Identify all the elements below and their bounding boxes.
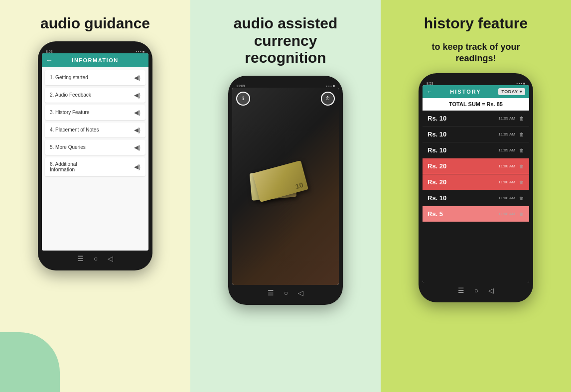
speaker-icon: ◀): [134, 92, 141, 99]
panel-history: history feature to keep track of your re…: [381, 0, 571, 392]
camera-screen: ℹ ⏱: [232, 88, 339, 285]
history-app-header: ← HISTORY TODAY ▾: [423, 85, 529, 98]
nav-back-icon: ◁: [488, 286, 494, 294]
info-icon: ℹ: [242, 96, 244, 101]
camera-screen-container: ℹ ⏱: [232, 88, 339, 285]
history-item-7[interactable]: Rs. 5 11:08 AM 🗑: [423, 206, 529, 222]
panel-audio-guidance: audio guidance 8:53 ▪ ▪ ▪ ■ ← INFORMATIO…: [0, 0, 190, 392]
history-item-3[interactable]: Rs. 10 11:09 AM 🗑: [423, 142, 529, 158]
trash-icon: 🗑: [519, 147, 524, 153]
history-item-6[interactable]: Rs. 10 11:08 AM 🗑: [423, 190, 529, 206]
panel-right-title: history feature: [424, 15, 528, 32]
speaker-icon: ◀): [134, 109, 141, 116]
status-bar-left: 8:53 ▪ ▪ ▪ ■: [42, 48, 148, 53]
panel-right-subtitle: to keep track of your readings!: [431, 41, 520, 65]
history-item-5[interactable]: Rs. 20 11:08 AM 🗑: [423, 174, 529, 190]
history-item-4[interactable]: Rs. 20 11:08 AM 🗑: [423, 158, 529, 174]
phone-history: 8:53 ▪ ▪ ▪ ■ ← HISTORY TODAY ▾ TOTAL SUM…: [419, 73, 533, 302]
nav-bar-right: ☰ ○ ◁: [423, 282, 529, 295]
status-bar-middle: 11:09 ▪ ▪ ▪ ■: [232, 83, 339, 88]
trash-icon: 🗑: [519, 211, 524, 217]
status-bar-right: 8:53 ▪ ▪ ▪ ■: [423, 80, 529, 85]
trash-icon: 🗑: [519, 163, 524, 169]
trash-icon: 🗑: [519, 179, 524, 185]
nav-menu-icon: ☰: [77, 255, 84, 262]
trash-icon: 🗑: [519, 116, 524, 121]
speaker-icon: ◀): [134, 74, 141, 81]
list-item[interactable]: 5. More Queries ◀): [45, 140, 145, 155]
info-screen: ← INFORMATION 1. Getting started ◀) 2. A…: [42, 53, 148, 251]
nav-back-icon: ◁: [298, 289, 303, 297]
info-button[interactable]: ℹ: [236, 92, 250, 106]
speaker-icon: ◀): [134, 144, 141, 151]
phone-info: 8:53 ▪ ▪ ▪ ■ ← INFORMATION 1. Getting st…: [38, 41, 152, 270]
total-sum-display: TOTAL SUM = Rs. 85: [423, 98, 529, 111]
back-arrow-icon: ←: [46, 56, 53, 64]
speaker-icon: ◀): [134, 163, 141, 170]
speaker-icon: ◀): [134, 127, 141, 133]
info-list: 1. Getting started ◀) 2. Audio Feedback …: [42, 67, 148, 251]
currency-note-front: [253, 160, 308, 202]
nav-home-icon: ○: [474, 286, 478, 294]
list-item[interactable]: 6. Additional Information ◀): [45, 157, 145, 176]
panel-middle-title: audio assisted currency recognition: [234, 15, 337, 67]
trash-icon: 🗑: [519, 131, 524, 137]
nav-home-icon: ○: [284, 289, 288, 297]
currency-notes-area: [256, 166, 315, 206]
history-item-1[interactable]: Rs. 10 11:09 AM 🗑: [423, 111, 529, 127]
trash-icon: 🗑: [519, 195, 524, 201]
list-item[interactable]: 4. Placement of Notes ◀): [45, 123, 145, 137]
nav-bar-left: ☰ ○ ◁: [42, 251, 148, 263]
today-badge[interactable]: TODAY ▾: [498, 88, 525, 95]
chevron-down-icon: ▾: [520, 89, 523, 94]
history-item-2[interactable]: Rs. 10 11:09 AM 🗑: [423, 127, 529, 142]
nav-home-icon: ○: [94, 255, 98, 262]
phone-camera: 11:09 ▪ ▪ ▪ ■ ℹ ⏱ ☰ ○ ◁: [228, 76, 343, 305]
panel-left-title: audio guidance: [40, 15, 150, 32]
nav-back-icon: ◁: [108, 255, 113, 262]
nav-bar-middle: ☰ ○ ◁: [232, 285, 339, 298]
nav-menu-icon: ☰: [268, 289, 274, 297]
nav-menu-icon: ☰: [458, 286, 464, 294]
history-back-icon: ←: [427, 88, 433, 95]
app-header-info: ← INFORMATION: [42, 53, 148, 67]
list-item[interactable]: 3. History Feature ◀): [45, 105, 145, 120]
history-title: HISTORY: [436, 89, 496, 95]
list-item[interactable]: 2. Audio Feedback ◀): [45, 88, 145, 103]
clock-icon: ⏱: [325, 96, 330, 101]
list-item[interactable]: 1. Getting started ◀): [45, 70, 145, 85]
history-screen: ← HISTORY TODAY ▾ TOTAL SUM = Rs. 85 Rs.…: [423, 85, 529, 282]
history-button[interactable]: ⏱: [321, 92, 335, 106]
history-list: Rs. 10 11:09 AM 🗑 Rs. 10 11:09 AM 🗑 Rs. …: [423, 111, 529, 282]
panel-currency-recognition: audio assisted currency recognition 11:0…: [190, 0, 381, 392]
